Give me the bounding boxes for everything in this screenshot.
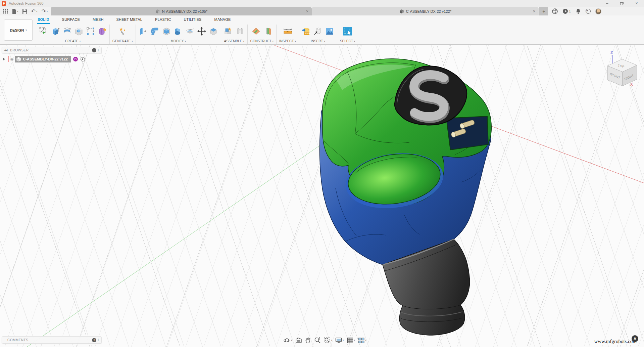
view-cube[interactable]: Z X TOP FRONT RIGHT <box>602 49 643 91</box>
ribbon-toolbar: DESIGN▾ SOLID SURFACE MESH SHEET METAL P… <box>0 15 644 45</box>
workspace-selector[interactable]: DESIGN▾ <box>4 19 33 41</box>
extrude-icon[interactable] <box>51 27 60 36</box>
grid-settings-tool[interactable]: ▾ <box>347 337 355 344</box>
group-select: SELECT▾ <box>337 24 358 43</box>
ribbon-tab-utilities[interactable]: UTILITIES <box>183 16 202 24</box>
extensions-icon[interactable] <box>552 8 558 14</box>
comments-resize-handle[interactable]: ‖ <box>98 338 99 342</box>
midplane-icon[interactable] <box>263 27 272 36</box>
combine-icon[interactable] <box>174 27 183 36</box>
press-pull-icon[interactable] <box>139 27 148 36</box>
save-button[interactable] <box>21 9 28 14</box>
ribbon-tab-sheet-metal[interactable]: SHEET METAL <box>116 16 143 24</box>
move-icon[interactable] <box>197 27 206 36</box>
create-sketch-icon[interactable] <box>39 27 48 36</box>
maximize-button[interactable] <box>614 0 629 7</box>
visibility-eye-icon[interactable]: ◉ <box>10 57 13 61</box>
document-badge: D <box>73 57 78 61</box>
ribbon-tab-manage[interactable]: MANAGE <box>214 16 232 24</box>
remove-icon[interactable] <box>209 27 218 36</box>
viewports-tool[interactable]: ▾ <box>358 338 366 343</box>
group-label-inspect[interactable]: INSPECT▾ <box>279 39 296 43</box>
document-cube-icon <box>399 9 404 14</box>
redo-button[interactable]: ↷▾ <box>40 8 49 14</box>
component-name: C-ASSEMBLY-DX-22 v122 <box>23 57 67 61</box>
browser-resize-handle[interactable]: ‖ <box>98 48 99 52</box>
file-menu-button[interactable]: ▾ <box>11 9 19 14</box>
navigation-bar: ▾ ▾ ▾ ▾ ▾ <box>284 337 366 344</box>
shell-icon[interactable] <box>162 27 171 36</box>
group-label-create[interactable]: CREATE▾ <box>65 39 81 43</box>
doc-tab-n-assembly[interactable]: N-ASSEMBLY-DX-22 v105* × <box>51 7 312 15</box>
help-icon[interactable]: ? <box>586 9 591 14</box>
ribbon-tab-plastic[interactable]: PLASTIC <box>154 16 171 24</box>
watermark: www.mfgrobots.com A <box>594 339 637 344</box>
z-axis-label: Z <box>610 50 613 55</box>
group-label-construct[interactable]: CONSTRUCT▾ <box>250 39 274 43</box>
group-label-assemble[interactable]: ASSEMBLE▾ <box>224 39 244 43</box>
viewport-canvas[interactable] <box>0 45 644 347</box>
pattern-icon[interactable] <box>86 27 95 36</box>
ribbon-tab-solid[interactable]: SOLID <box>37 16 50 24</box>
undo-button[interactable]: ↶▾ <box>30 8 39 14</box>
browser-panel-header[interactable]: ◀◀ BROWSER − ‖ <box>2 47 102 53</box>
tab-close-icon[interactable]: × <box>533 9 536 14</box>
canvas-icon[interactable] <box>325 27 334 36</box>
zoom-tool[interactable] <box>314 337 321 344</box>
revolve-icon[interactable] <box>62 27 71 36</box>
document-tab-bar: ▾ ↶▾ ↷▾ N-ASSEMBLY-DX-22 v105* × C-ASSEM… <box>0 7 644 15</box>
close-button[interactable]: × <box>629 0 644 7</box>
minimize-button[interactable]: – <box>600 0 614 7</box>
profile-avatar[interactable] <box>595 8 601 14</box>
browser-root-item[interactable]: ◉ C-ASSEMBLY-DX-22 v122 D <box>3 56 85 62</box>
ribbon-tab-surface[interactable]: SURFACE <box>61 16 81 24</box>
expand-arrow-icon[interactable] <box>3 57 5 61</box>
group-generate: GENERATE▾ <box>110 24 136 43</box>
app-launcher-icon[interactable] <box>2 9 9 14</box>
display-settings-tool[interactable]: ▾ <box>335 337 344 343</box>
collapse-browser-icon[interactable]: ◀◀ <box>4 49 7 52</box>
window-title: Autodesk Fusion 360 <box>9 1 43 5</box>
group-label-insert[interactable]: INSERT▾ <box>311 39 325 43</box>
svg-text:SVG: SVG <box>305 32 310 35</box>
orbit-tool[interactable]: ▾ <box>284 337 292 344</box>
add-comment-icon[interactable]: + <box>92 338 96 342</box>
construct-plane-icon[interactable] <box>251 27 260 36</box>
measure-icon[interactable] <box>283 27 292 36</box>
doc-tab-label: N-ASSEMBLY-DX-22 v105* <box>162 9 207 13</box>
doc-tab-label: C-ASSEMBLY-DX-22 v122* <box>406 9 451 13</box>
group-label-generate[interactable]: GENERATE▾ <box>112 39 133 43</box>
ribbon-tab-mesh[interactable]: MESH <box>92 16 104 24</box>
group-modify: MODIFY▾ <box>136 24 221 43</box>
select-icon[interactable] <box>343 27 352 36</box>
group-create: CREATE▾ <box>36 24 109 43</box>
group-inspect: INSPECT▾ <box>277 24 299 43</box>
derive-icon[interactable] <box>313 27 323 36</box>
component-cube-icon <box>16 57 21 62</box>
split-body-icon[interactable] <box>186 27 195 36</box>
job-count: 1 <box>569 9 571 13</box>
browser-remove-icon[interactable]: − <box>92 48 96 52</box>
look-at-tool[interactable] <box>295 337 302 343</box>
generate-icon[interactable] <box>118 27 127 36</box>
new-component-icon[interactable] <box>224 27 233 36</box>
fillet-icon[interactable] <box>150 27 159 36</box>
group-label-select[interactable]: SELECT▾ <box>340 39 355 43</box>
new-tab-button[interactable]: + <box>539 7 548 15</box>
fit-tool[interactable]: ▾ <box>324 337 333 344</box>
component-chip[interactable]: C-ASSEMBLY-DX-22 v122 <box>15 56 71 62</box>
comments-panel-header[interactable]: COMMENTS + ‖ <box>2 336 102 344</box>
pan-tool[interactable] <box>305 337 311 344</box>
insert-svg-icon[interactable]: SVG <box>302 27 311 36</box>
doc-tab-c-assembly[interactable]: C-ASSEMBLY-DX-22 v122* × <box>312 7 539 15</box>
watermark-url: www.mfgrobots.com <box>594 339 637 344</box>
joint-icon[interactable] <box>236 27 245 36</box>
browser-title: BROWSER <box>10 48 92 52</box>
create-form-icon[interactable] <box>98 27 107 36</box>
tab-close-icon[interactable]: × <box>306 9 309 14</box>
hole-icon[interactable] <box>74 27 83 36</box>
group-label-modify[interactable]: MODIFY▾ <box>171 39 186 43</box>
notifications-bell-icon[interactable] <box>576 8 581 14</box>
activate-component-radio[interactable] <box>81 57 85 61</box>
job-status-icon[interactable]: 1 <box>562 8 571 14</box>
